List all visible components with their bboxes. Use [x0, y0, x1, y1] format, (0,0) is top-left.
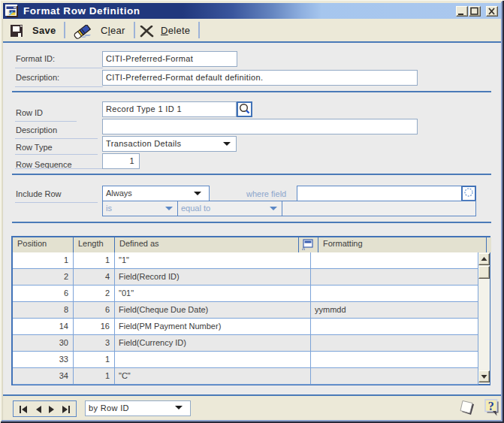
svg-text:?: ? [488, 400, 494, 412]
